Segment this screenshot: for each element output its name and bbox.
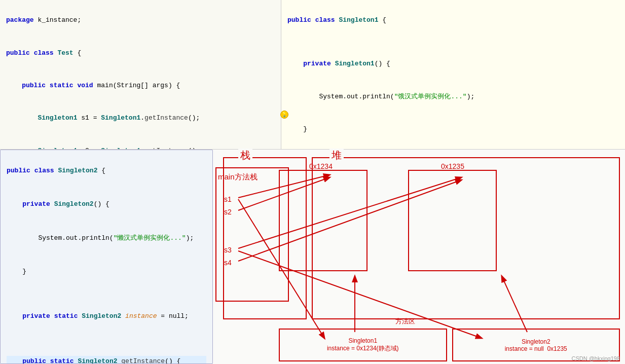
bottom-box-singleton1: Singleton1instance = 0x1234(静态域) <box>279 329 447 361</box>
bl-line-1: public class Singleton2 { <box>7 167 105 174</box>
bl-line-2: private Singleton2() { <box>7 200 109 208</box>
heap-object-1 <box>279 170 367 271</box>
s3-label: s3 <box>224 246 232 254</box>
bl-line-3: System.out.println("懒汉式单例实例化..."); <box>7 234 194 242</box>
code-line-5: Singleton1 s1 = Singleton1.getInstance()… <box>6 114 200 122</box>
tr-line-5: } <box>287 125 307 133</box>
bl-line-6: private static Singleton2 instance = nul… <box>7 312 189 320</box>
code-panel-bottom-left: public class Singleton2 { private Single… <box>0 150 213 364</box>
tr-line-3: private Singleton1() { <box>287 60 390 67</box>
method-area-label: 方法区 <box>395 317 415 326</box>
s2-label: s2 <box>224 208 232 216</box>
heap-addr1-label: 0x1234 <box>309 162 333 170</box>
diagram-area: 栈 堆 main方法栈 s1 s2 s3 s4 0x1234 0x1235 方法… <box>213 150 625 364</box>
tr-line-4: System.out.println("饿汉式单例实例化..."); <box>287 93 474 100</box>
bottom-box2-text: Singleton2instance = null 0x1235 <box>505 338 567 352</box>
s4-label: s4 <box>224 259 232 267</box>
main-stack-label: main方法栈 <box>218 172 258 182</box>
heap-object-2 <box>408 170 497 271</box>
stack-label: 栈 <box>238 149 252 162</box>
code-line-4: public static void main(String[] args) { <box>6 82 180 89</box>
code-panel-top-right: public class Singleton1 { private Single… <box>281 0 625 150</box>
bottom-box1-text: Singleton1instance = 0x1234(静态域) <box>327 337 399 353</box>
code-line-3: public class Test { <box>6 49 81 57</box>
s1-label: s1 <box>224 195 232 203</box>
bl-line-4: } <box>7 268 26 275</box>
bulb-icon: 💡 <box>280 111 288 119</box>
heap-label: 堆 <box>329 149 344 162</box>
heap-addr2-label: 0x1235 <box>441 162 464 170</box>
code-line-1: package k_instance; <box>6 16 81 24</box>
code-panel-top-left: package k_instance; public class Test { … <box>0 0 281 150</box>
bottom-row: Singleton1instance = 0x1234(静态域) Singlet… <box>279 329 620 361</box>
bl-line-8: public static Singleton2 getInstance() { <box>7 356 206 364</box>
tr-line-1: public class Singleton1 { <box>287 16 386 24</box>
main-stack-inner-box <box>215 167 289 302</box>
watermark: CSDN @hkxing198 <box>571 355 620 361</box>
